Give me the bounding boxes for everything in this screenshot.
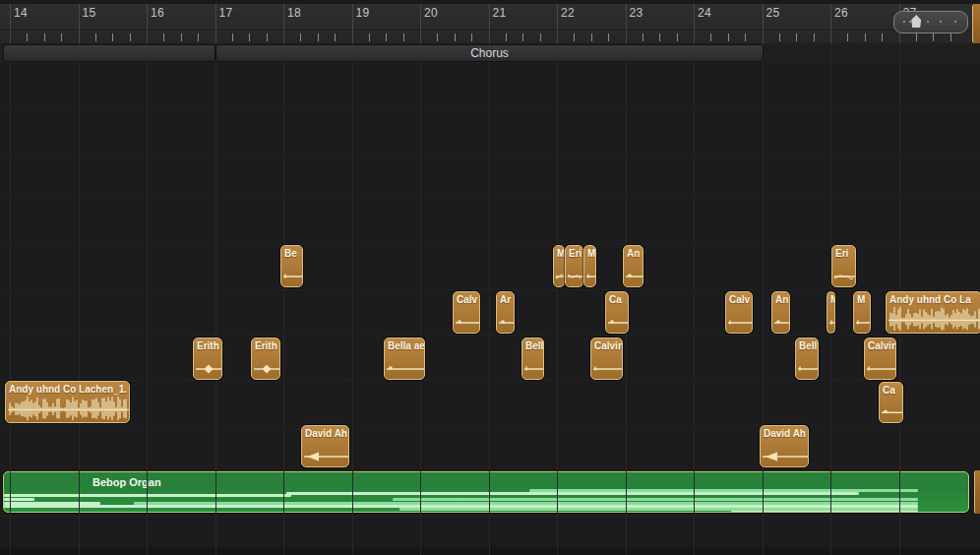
audio-region[interactable]: Andy uhnd Co La	[886, 291, 980, 334]
audio-region[interactable]: David Ah	[301, 425, 349, 467]
ruler-beat-tick	[522, 33, 523, 41]
audio-region[interactable]: M	[827, 291, 835, 334]
ruler-beat-tick	[335, 33, 336, 41]
audio-region[interactable]: M	[853, 291, 871, 334]
ruler-beat-tick	[882, 33, 883, 41]
midi-note	[529, 489, 918, 492]
bar-grid-line	[763, 4, 764, 43]
bar-grid-line	[283, 63, 284, 555]
bar-number: 16	[151, 6, 164, 20]
zoom-slider-tick	[909, 21, 911, 23]
ruler-beat-tick	[814, 33, 815, 41]
audio-region[interactable]: Calv	[725, 291, 753, 334]
bar-grid-line	[489, 63, 490, 555]
ruler-beat-tick	[643, 33, 643, 41]
ruler-beat-tick	[933, 33, 934, 41]
midi-note	[4, 494, 291, 497]
audio-region[interactable]: Ca	[879, 382, 903, 423]
ruler-beat-tick	[847, 33, 848, 41]
audio-region[interactable]: An	[623, 245, 643, 287]
ruler-beat-tick	[455, 33, 456, 41]
zoom-slider[interactable]	[893, 11, 968, 33]
bar-ruler[interactable]: 1415161718192021222324252627	[0, 0, 980, 44]
audio-region[interactable]: Calvin	[590, 338, 623, 380]
audio-region[interactable]: Ca	[605, 291, 629, 334]
audio-region[interactable]: Bell	[521, 338, 544, 380]
arrangement-track-row[interactable]: Chorus	[0, 43, 980, 64]
bar-grid-line	[420, 63, 421, 555]
audio-region[interactable]: Erith	[193, 338, 222, 380]
zoom-slider-tick	[927, 21, 929, 23]
ruler-beat-tick	[608, 33, 609, 41]
track-row-separator	[0, 289, 980, 290]
clipped-region-fragment	[974, 470, 980, 514]
waveform	[827, 292, 835, 334]
waveform	[302, 426, 349, 467]
audio-region[interactable]: Eri	[565, 245, 583, 287]
ruler-beat-tick	[27, 33, 28, 41]
ruler-beat-tick	[437, 33, 438, 41]
track-row-separator	[0, 199, 980, 200]
audio-region[interactable]: David Ah	[760, 425, 809, 467]
bar-number: 17	[219, 6, 233, 20]
arrangement-marker-chorus[interactable]: Chorus	[215, 44, 764, 62]
midi-note	[286, 492, 859, 495]
bar-grid-line	[352, 63, 353, 555]
bar-number: 20	[424, 6, 438, 20]
ruler-beat-tick	[95, 33, 96, 41]
bar-grid-line	[626, 4, 627, 43]
track-row-separator	[0, 380, 980, 381]
bar-number: 21	[493, 6, 507, 20]
bar-grid-line	[352, 4, 353, 43]
bar-grid-line	[10, 63, 11, 555]
daw-tracks-area: 1415161718192021222324252627 Chorus Bebo…	[0, 0, 980, 555]
ruler-beat-tick	[318, 33, 319, 41]
ruler-beat-tick	[796, 33, 797, 41]
ruler-beat-tick	[369, 33, 370, 41]
ruler-beat-tick	[386, 33, 387, 41]
track-row-separator	[0, 154, 980, 154]
audio-region[interactable]: An	[771, 291, 790, 334]
zoom-slider-tick	[954, 21, 956, 23]
bar-number: 22	[561, 6, 575, 20]
ruler-beat-tick	[232, 33, 233, 41]
audio-region[interactable]: Ar	[496, 291, 515, 334]
arrangement-marker[interactable]	[3, 44, 215, 62]
bar-grid-line	[147, 4, 148, 43]
bar-grid-line	[10, 4, 11, 43]
midi-note	[393, 498, 918, 501]
ruler-beat-tick	[163, 33, 164, 41]
waveform	[554, 246, 565, 287]
ruler-beat-tick	[728, 33, 729, 41]
audio-region[interactable]: Bell	[795, 338, 819, 380]
bar-grid-line	[147, 63, 148, 555]
midi-region-bebop-organ[interactable]: Bebop Organ	[3, 471, 969, 513]
ruler-beat-tick	[267, 33, 268, 41]
audio-region[interactable]: Be	[280, 245, 303, 287]
zoom-slider-handle[interactable]	[911, 15, 921, 28]
audio-region[interactable]: Erith	[251, 338, 280, 380]
audio-region[interactable]: Bella ae	[384, 338, 425, 380]
waveform	[522, 339, 544, 380]
audio-region[interactable]: Eri	[831, 245, 856, 287]
waveform	[385, 339, 425, 380]
bar-grid-line	[557, 63, 558, 555]
bar-grid-line	[694, 4, 695, 43]
track-row-separator	[0, 470, 980, 471]
tracks-workspace[interactable]: Bebop Organ BeMEriMAnEriCalvArCaCalvAnMM…	[0, 63, 980, 555]
waveform	[591, 339, 623, 380]
waveform	[796, 339, 819, 380]
bar-number: 23	[630, 6, 643, 20]
audio-region[interactable]: Calv	[453, 291, 480, 334]
ruler-beat-tick	[112, 33, 113, 41]
audio-region[interactable]: M	[553, 245, 565, 287]
audio-region[interactable]: M	[583, 245, 596, 287]
waveform	[584, 246, 596, 287]
audio-region[interactable]: Calvin	[864, 338, 896, 380]
waveform	[606, 292, 629, 334]
ruler-beat-tick	[471, 33, 472, 41]
ruler-beat-tick	[506, 33, 507, 41]
bar-grid-line	[215, 4, 216, 43]
ruler-beat-tick	[249, 33, 250, 41]
audio-region[interactable]: Andy uhnd Co Lachen_1.	[5, 381, 130, 423]
